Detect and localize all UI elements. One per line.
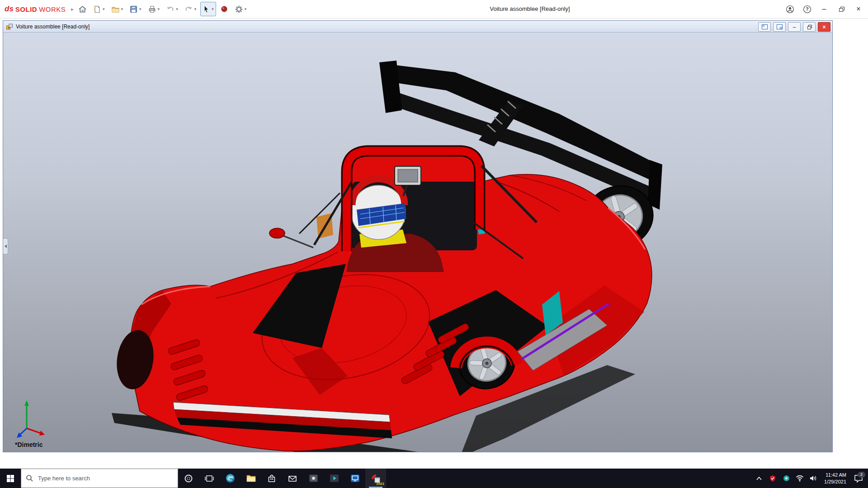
graphics-icon <box>350 473 360 483</box>
gear-icon <box>235 5 243 14</box>
document-close-button[interactable]: × <box>818 22 830 32</box>
options-caret-icon[interactable]: ▾ <box>245 7 247 11</box>
redo-button[interactable]: ▾ <box>182 2 199 16</box>
shield-icon <box>769 475 776 482</box>
new-document-caret-icon[interactable]: ▾ <box>103 7 105 11</box>
orientation-triad <box>17 400 45 438</box>
edge-app-icon[interactable] <box>220 469 241 488</box>
document-restore-icon <box>807 25 811 29</box>
cortana-button[interactable] <box>178 469 199 488</box>
options-button[interactable]: ▾ <box>232 2 249 16</box>
car-model-canvas[interactable] <box>3 33 832 452</box>
save-icon <box>129 5 138 14</box>
undo-button[interactable]: ▾ <box>164 2 180 16</box>
select-cursor-icon <box>203 5 210 14</box>
status-tray-icon[interactable] <box>782 474 791 483</box>
speaker-icon <box>810 475 817 482</box>
open-button[interactable]: ▾ <box>109 2 126 16</box>
document-window: Voiture assomblee [Read-only] – × <box>3 20 833 452</box>
driver-helmet <box>351 179 406 239</box>
brand-solid: SOLID <box>15 5 37 13</box>
view-orientation-label: *Dimetric <box>15 441 42 448</box>
home-button[interactable] <box>76 2 89 16</box>
open-caret-icon[interactable]: ▾ <box>121 7 123 11</box>
store-icon <box>267 474 277 483</box>
document-restore-button[interactable] <box>803 22 816 32</box>
start-button[interactable] <box>0 469 21 488</box>
screenshot-tool-app-icon[interactable] <box>303 469 324 488</box>
graphics-app-icon[interactable] <box>344 469 365 488</box>
new-document-icon <box>93 5 101 14</box>
document-minimize-button[interactable]: – <box>788 22 801 32</box>
open-icon <box>111 5 120 14</box>
document-titlebar[interactable]: Voiture assomblee [Read-only] <box>3 21 832 33</box>
graphics-viewport[interactable]: *Dimetric <box>3 33 832 452</box>
assembly-document-icon <box>6 23 13 30</box>
logo-flyout-arrow-icon[interactable]: ▸ <box>71 6 74 12</box>
action-center-button[interactable]: 2 <box>853 473 864 484</box>
sphere-button[interactable] <box>218 2 231 16</box>
account-button[interactable] <box>781 0 798 18</box>
screenshot-tool-icon <box>308 473 319 483</box>
tray-expand-button[interactable] <box>755 474 764 483</box>
print-icon <box>148 5 156 14</box>
edge-icon <box>225 473 236 483</box>
restore-icon <box>839 7 844 11</box>
close-button[interactable]: × <box>850 0 867 18</box>
windows-taskbar: 2021 11:42 AM 1/29/2021 2 <box>0 469 868 488</box>
solidworks-app-icon[interactable]: 2021 <box>365 469 386 488</box>
dassault-logo-icon: ds <box>5 5 14 14</box>
panel-collapse-handle[interactable] <box>3 238 8 254</box>
brand-works: WORKS <box>39 5 66 13</box>
save-button[interactable]: ▾ <box>127 2 144 16</box>
undo-icon <box>166 5 175 14</box>
notification-badge: 2 <box>858 472 865 478</box>
undo-caret-icon[interactable]: ▾ <box>176 7 178 11</box>
volume-tray-icon[interactable] <box>809 474 818 483</box>
select-caret-icon[interactable]: ▾ <box>212 7 214 11</box>
help-icon: ? <box>803 5 811 14</box>
teal-status-icon <box>783 475 790 482</box>
antivirus-tray-icon[interactable] <box>768 474 777 483</box>
media-app-icon[interactable] <box>324 469 344 488</box>
search-input[interactable] <box>37 474 161 482</box>
print-button[interactable]: ▾ <box>146 2 162 16</box>
taskbar-search[interactable] <box>21 469 178 488</box>
chevron-up-icon <box>756 476 762 481</box>
sphere-icon <box>220 5 228 13</box>
side-mirror-left <box>269 228 313 248</box>
tile-view-icon <box>777 24 783 29</box>
app-window-controls: ? – × <box>781 0 867 18</box>
account-icon <box>786 5 794 14</box>
redo-icon <box>184 5 193 14</box>
file-explorer-icon <box>246 473 256 483</box>
wifi-icon <box>796 475 804 482</box>
print-caret-icon[interactable]: ▾ <box>158 7 160 11</box>
svg-text:?: ? <box>806 6 808 12</box>
solidworks-logo: ds SOLIDWORKS ▸ <box>5 0 74 18</box>
document-title: Voiture assomblee [Read-only] <box>16 23 90 30</box>
help-button[interactable]: ? <box>798 0 816 18</box>
file-explorer-app-icon[interactable] <box>241 469 261 488</box>
new-document-button[interactable]: ▾ <box>91 2 107 16</box>
viewport-split-button[interactable] <box>758 22 771 32</box>
media-icon <box>329 473 340 483</box>
store-app-icon[interactable] <box>261 469 282 488</box>
document-window-controls: – × <box>758 22 830 32</box>
taskbar-clock[interactable]: 11:42 AM 1/29/2021 <box>822 472 848 485</box>
task-view-button[interactable] <box>199 469 220 488</box>
mail-icon <box>288 474 297 483</box>
viewport-tile-button[interactable] <box>773 22 786 32</box>
search-icon <box>26 474 33 482</box>
select-tool-button[interactable]: ▾ <box>200 2 216 16</box>
solidworks-year-badge: 2021 <box>376 482 384 486</box>
main-toolbar: ▾ ▾ ▾ ▾ ▾ ▾ ▾ ▾ <box>76 0 249 18</box>
save-caret-icon[interactable]: ▾ <box>139 7 142 11</box>
task-view-icon <box>205 474 214 483</box>
minimize-button[interactable]: – <box>816 0 833 18</box>
collapse-arrow-icon <box>5 244 7 248</box>
mail-app-icon[interactable] <box>282 469 303 488</box>
restore-button[interactable] <box>833 0 850 18</box>
network-tray-icon[interactable] <box>795 474 804 483</box>
redo-caret-icon[interactable]: ▾ <box>194 7 197 11</box>
